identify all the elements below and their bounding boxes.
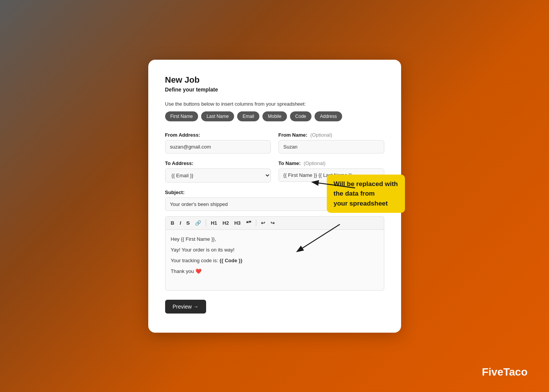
to-name-label: To Name: (Optional) <box>279 160 384 166</box>
instruction-text: Use the buttons below to insert columns … <box>165 101 384 107</box>
bold-button[interactable]: B <box>169 219 177 227</box>
editor-line-1: Hey {{ First Name }}, <box>171 235 379 243</box>
from-name-input[interactable] <box>279 140 384 154</box>
editor-line-3: Your tracking code is: {{ Code }} <box>171 256 379 265</box>
strikethrough-button[interactable]: S <box>184 219 192 227</box>
subject-group: Subject: <box>165 189 384 211</box>
column-buttons-row: First Name Last Name Email Mobile Code A… <box>165 111 384 121</box>
col-btn-firstname[interactable]: First Name <box>165 111 198 121</box>
brand-logo: FiveTaco <box>482 366 528 378</box>
main-card: New Job Define your template Use the but… <box>148 60 401 333</box>
col-btn-address[interactable]: Address <box>315 111 342 121</box>
to-address-select[interactable]: {{ Email }} <box>165 168 271 183</box>
editor-line-2: Yay! Your order is on its way! <box>171 246 379 254</box>
redo-button[interactable]: ↪ <box>268 219 277 227</box>
to-name-group: To Name: (Optional) <box>279 160 384 183</box>
from-name-group: From Name: (Optional) <box>279 132 384 154</box>
from-address-label: From Address: <box>165 132 271 138</box>
col-btn-email[interactable]: Email <box>237 111 259 121</box>
editor-container: B I S 🔗 H1 H2 H3 ❝❞ ↩ ↪ Hey {{ First Nam… <box>165 216 384 291</box>
to-address-label: To Address: <box>165 160 271 166</box>
svg-line-0 <box>313 182 355 188</box>
quote-button[interactable]: ❝❞ <box>244 219 254 227</box>
h3-button[interactable]: H3 <box>232 219 243 227</box>
h1-button[interactable]: H1 <box>208 219 220 227</box>
editor-toolbar: B I S 🔗 H1 H2 H3 ❝❞ ↩ ↪ <box>165 216 384 229</box>
toolbar-separator-2 <box>256 219 256 226</box>
to-address-group: To Address: {{ Email }} <box>165 160 271 183</box>
h2-button[interactable]: H2 <box>220 219 231 227</box>
link-button[interactable]: 🔗 <box>193 219 203 227</box>
col-btn-code[interactable]: Code <box>290 111 312 121</box>
from-address-input[interactable] <box>165 140 271 154</box>
subject-label: Subject: <box>165 189 384 195</box>
editor-body[interactable]: Hey {{ First Name }}, Yay! Your order is… <box>165 229 384 291</box>
from-row: From Address: From Name: (Optional) <box>165 132 384 154</box>
page-title: New Job <box>165 75 384 85</box>
to-row: To Address: {{ Email }} To Name: (Option… <box>165 160 384 183</box>
preview-button[interactable]: Preview → <box>165 300 206 314</box>
to-name-input[interactable] <box>279 168 384 182</box>
from-name-label: From Name: (Optional) <box>279 132 384 138</box>
col-btn-mobile[interactable]: Mobile <box>262 111 287 121</box>
editor-line-4: Thank you ❤️ <box>171 267 379 276</box>
page-subtitle: Define your template <box>165 87 384 93</box>
col-btn-lastname[interactable]: Last Name <box>201 111 234 121</box>
undo-button[interactable]: ↩ <box>259 219 267 227</box>
italic-button[interactable]: I <box>177 219 184 227</box>
from-address-group: From Address: <box>165 132 271 154</box>
subject-input[interactable] <box>165 198 384 211</box>
toolbar-separator <box>206 219 206 226</box>
